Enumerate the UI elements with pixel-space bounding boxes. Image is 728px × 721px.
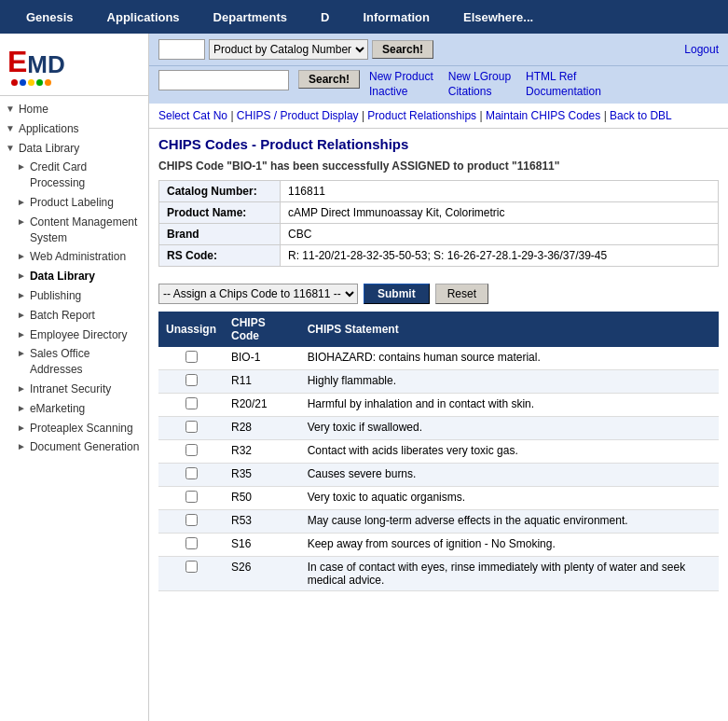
sidebar-item-10[interactable]: Employee Directory	[0, 326, 148, 345]
sidebar-item-14[interactable]: Proteaplex Scanning	[0, 419, 148, 438]
chips-table: Unassign CHIPS Code CHIPS Statement BIO-…	[158, 312, 719, 591]
product-field-label-0: Catalog Number:	[159, 181, 281, 202]
sidebar-item-0[interactable]: Home	[0, 100, 148, 119]
nav-departments[interactable]: Departments	[197, 10, 304, 24]
quick-links: New Product New LGroup HTML Ref Inactive…	[369, 70, 601, 98]
inactive-link[interactable]: Inactive	[369, 85, 433, 98]
top-nav: Genesis Applications Departments D Infor…	[0, 0, 728, 34]
sidebar-arrow-2	[6, 143, 15, 153]
new-lgroup-link[interactable]: New LGroup	[448, 70, 511, 83]
assign-chips-select[interactable]: -- Assign a Chips Code to 116811 --	[158, 284, 358, 304]
chips-row-5: R35Causes severe burns.	[158, 464, 719, 487]
chips-statement-7: May cause long-term adverse effects in t…	[300, 510, 719, 534]
chips-row-9: S26In case of contact with eyes, rinse i…	[158, 557, 719, 591]
sidebar-item-12[interactable]: Intranet Security	[0, 380, 148, 399]
sidebar-item-11[interactable]: Sales Office Addresses	[0, 344, 148, 380]
sidebar-label-10: Employee Directory	[30, 327, 128, 343]
product-field-value-1: cAMP Direct Immunoassay Kit, Colorimetri…	[281, 202, 719, 224]
sidebar-item-3[interactable]: Credit Card Processing	[0, 158, 148, 193]
chips-code-6: R50	[224, 487, 300, 510]
chips-code-7: R53	[224, 510, 300, 534]
sidebar-label-13: eMarketing	[30, 401, 85, 417]
chips-code-4: R32	[224, 440, 300, 464]
sidebar-arrow-4	[17, 197, 26, 207]
sidebar-item-7[interactable]: Data Library	[0, 267, 148, 286]
catalog-search-input[interactable]	[158, 39, 205, 60]
chips-row-8: S16Keep away from sources of ignition - …	[158, 534, 719, 557]
chips-code-8: S16	[224, 534, 300, 557]
chips-unassign-checkbox-0[interactable]	[185, 351, 198, 363]
sidebar-label-0: Home	[19, 102, 48, 118]
sidebar-item-2[interactable]: Data Library	[0, 139, 148, 159]
chips-unassign-checkbox-4[interactable]	[185, 444, 198, 456]
product-field-value-3: R: 11-20/21-28-32-35-50-53; S: 16-26-27-…	[281, 245, 719, 267]
citations-link[interactable]: Citations	[448, 85, 511, 98]
second-search-input[interactable]	[158, 70, 289, 90]
sidebar-arrow-6	[17, 251, 26, 261]
nav-genesis[interactable]: Genesis	[9, 10, 90, 24]
sidebar-item-6[interactable]: Web Administration	[0, 247, 148, 267]
logo-e: E	[7, 47, 27, 76]
sidebar-label-6: Web Administration	[30, 249, 126, 265]
sidebar-item-1[interactable]: Applications	[0, 119, 148, 139]
product-field-value-0: 116811	[281, 181, 719, 202]
sidebar-item-8[interactable]: Publishing	[0, 286, 148, 306]
sidebar-label-12: Intranet Security	[30, 381, 111, 397]
sidebar-label-5: Content Management System	[30, 215, 143, 246]
nav-d[interactable]: D	[304, 10, 346, 24]
html-ref-link[interactable]: HTML Ref	[526, 70, 601, 83]
sidebar-label-7: Data Library	[30, 269, 95, 284]
dot-blue	[20, 79, 26, 86]
submit-button[interactable]: Submit	[364, 284, 430, 304]
chips-unassign-checkbox-9[interactable]	[185, 561, 198, 573]
product-field-label-3: RS Code:	[159, 245, 281, 267]
sidebar-item-5[interactable]: Content Management System	[0, 213, 148, 248]
chips-unassign-checkbox-6[interactable]	[185, 491, 198, 503]
reset-button[interactable]: Reset	[435, 284, 488, 304]
chips-code-0: BIO-1	[224, 347, 300, 370]
content-area: Product by Catalog Number Product by Nam…	[149, 34, 728, 721]
product-details-table: Catalog Number:116811Product Name:cAMP D…	[158, 180, 719, 267]
chips-row-1: R11Highly flammable.	[158, 370, 719, 394]
sidebar-item-9[interactable]: Batch Report	[0, 306, 148, 326]
product-row-0: Catalog Number:116811	[159, 181, 719, 202]
new-product-link[interactable]: New Product	[369, 70, 433, 83]
breadcrumb-product-relationships[interactable]: Product Relationships	[367, 109, 476, 122]
nav-elsewhere[interactable]: Elsewhere...	[446, 10, 550, 24]
sidebar-item-13[interactable]: eMarketing	[0, 399, 148, 419]
documentation-link[interactable]: Documentation	[526, 85, 601, 98]
breadcrumb-maintain-chips-codes[interactable]: Maintain CHIPS Codes	[486, 109, 600, 122]
top-search-button[interactable]: Search!	[372, 40, 433, 59]
chips-unassign-checkbox-2[interactable]	[185, 397, 198, 409]
second-search-button[interactable]: Search!	[298, 70, 360, 89]
breadcrumb-back-to-dbl[interactable]: Back to DBL	[610, 109, 672, 122]
dot-green	[36, 79, 43, 86]
sidebar-arrow-13	[17, 403, 26, 413]
chips-statement-4: Contact with acids liberates very toxic …	[300, 440, 719, 464]
page-heading: CHIPS Codes - Product Relationships	[149, 129, 728, 156]
chips-unassign-checkbox-5[interactable]	[185, 467, 198, 479]
sidebar-label-9: Batch Report	[30, 308, 95, 324]
sidebar-item-15[interactable]: Document Generation	[0, 437, 148, 457]
search-type-select[interactable]: Product by Catalog Number Product by Nam…	[209, 39, 368, 60]
sidebar-arrow-10	[17, 329, 26, 340]
sidebar-arrow-0	[6, 104, 15, 114]
sidebar-item-4[interactable]: Product Labeling	[0, 193, 148, 213]
chips-unassign-checkbox-7[interactable]	[185, 514, 198, 526]
chips-unassign-checkbox-3[interactable]	[185, 421, 198, 433]
chips-row-6: R50Very toxic to aquatic organisms.	[158, 487, 719, 510]
chips-row-7: R53May cause long-term adverse effects i…	[158, 510, 719, 534]
sidebar-arrow-1	[6, 123, 15, 133]
breadcrumb-chips-product-display[interactable]: CHIPS / Product Display	[237, 109, 359, 122]
breadcrumb-select-cat-no[interactable]: Select Cat No	[158, 109, 227, 122]
logo-dots	[11, 79, 51, 86]
logout-link[interactable]: Logout	[684, 43, 719, 56]
product-row-3: RS Code:R: 11-20/21-28-32-35-50-53; S: 1…	[159, 245, 719, 267]
chips-unassign-checkbox-1[interactable]	[185, 374, 198, 386]
nav-applications[interactable]: Applications	[90, 10, 197, 24]
chips-row-3: R28Very toxic if swallowed.	[158, 417, 719, 440]
sidebar-label-4: Product Labeling	[30, 195, 114, 211]
nav-information[interactable]: Information	[346, 10, 446, 24]
sidebar-arrow-14	[17, 423, 26, 433]
chips-unassign-checkbox-8[interactable]	[185, 537, 198, 549]
